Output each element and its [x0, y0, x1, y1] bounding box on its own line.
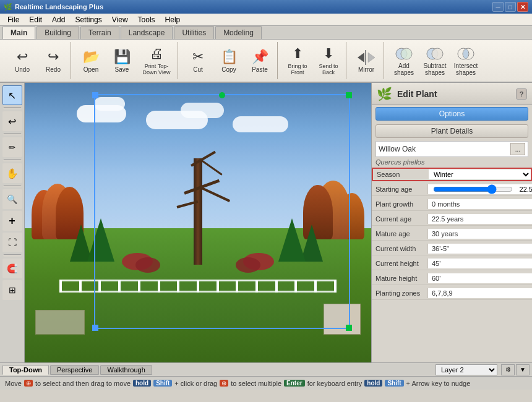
pan-tool[interactable]: ✋	[2, 163, 22, 183]
status-enter: Enter	[284, 380, 305, 387]
starting-age-slider[interactable]	[433, 184, 513, 194]
tab-main[interactable]: Main	[2, 26, 35, 39]
menu-view[interactable]: View	[107, 14, 133, 25]
tab-utilities[interactable]: Utilities	[174, 26, 214, 39]
maximize-button[interactable]: □	[505, 2, 516, 12]
handle-tl[interactable]	[92, 92, 98, 98]
menu-tools[interactable]: Tools	[133, 14, 160, 25]
add-shapes-icon	[394, 45, 414, 62]
tab-top-down[interactable]: Top-Down	[2, 365, 49, 375]
building-left	[35, 310, 85, 335]
add-shapes-button[interactable]: Add shapes	[389, 42, 419, 79]
tab-landscape[interactable]: Landscape	[121, 26, 173, 39]
undo-tool[interactable]: ↩	[2, 111, 22, 131]
select-tool[interactable]: ↖	[2, 85, 22, 105]
menu-file[interactable]: File	[2, 14, 24, 25]
separator3	[3, 159, 22, 161]
starting-age-slider-container: 22.5	[427, 184, 532, 194]
mature-age-label: Mature age	[372, 229, 427, 239]
handle-bl[interactable]	[92, 325, 98, 331]
handle-tr[interactable]	[346, 92, 352, 98]
file-group: 📂 Open 💾 Save 🖨 Print Top-Down View	[74, 42, 178, 79]
zoom-tool[interactable]: 🔍	[2, 189, 22, 209]
menu-help[interactable]: Help	[160, 14, 186, 25]
redo-button[interactable]: ↪ Redo	[38, 42, 68, 79]
copy-label: Copy	[221, 66, 236, 73]
plant-icon: 🌿	[377, 87, 392, 101]
tab-modeling[interactable]: Modeling	[215, 26, 262, 39]
edit-plant-panel: 🌿 Edit Plant ? Options Plant Details Wil…	[371, 83, 532, 362]
fit-tool[interactable]: ⛶	[2, 233, 22, 252]
tab-building[interactable]: Building	[36, 26, 79, 39]
clipboard-group: ✂ Cut 📋 Copy 📌 Paste	[181, 42, 278, 79]
ribbon-tabs: Main Building Terrain Landscape Utilitie…	[0, 26, 532, 40]
view-tabs-bar: Top-Down Perspective Walkthrough Layer 2…	[0, 362, 532, 376]
menu-add[interactable]: Add	[47, 14, 70, 25]
plant-growth-value: 0 months	[427, 199, 532, 209]
handle-tc[interactable]	[219, 92, 225, 98]
mature-height-label: Mature height	[372, 273, 427, 283]
send-to-back-label: Send to Back	[315, 63, 341, 75]
tab-terrain[interactable]: Terrain	[80, 26, 119, 39]
plant-name-row: Willow Oak ...	[375, 141, 528, 157]
canvas-viewport[interactable]	[25, 83, 371, 362]
print-topdown-button[interactable]: 🖨 Print Top-Down View	[138, 42, 175, 79]
season-select[interactable]: Winter Spring Summer Fall	[429, 169, 531, 179]
status-bar: Move ⊕ to select and then drag to move h…	[0, 376, 532, 390]
planting-zones-label: Planting zones	[372, 288, 427, 298]
undo-button[interactable]: ↩ Undo	[7, 42, 37, 79]
starting-age-value: 22.5	[515, 186, 532, 193]
plant-browse-button[interactable]: ...	[510, 143, 525, 155]
help-button[interactable]: ?	[516, 88, 527, 100]
mirror-button[interactable]: Mirror	[351, 42, 381, 79]
open-button[interactable]: 📂 Open	[76, 42, 106, 79]
status-action: Move	[5, 380, 22, 387]
layer-select[interactable]: Layer 2 Layer 1 Layer 3	[435, 364, 497, 375]
paste-button[interactable]: 📌 Paste	[245, 42, 275, 79]
draw-tool[interactable]: ✏	[2, 137, 22, 157]
starting-age-label: Starting age	[372, 184, 427, 194]
handle-br[interactable]	[346, 325, 352, 331]
menu-edit[interactable]: Edit	[24, 14, 47, 25]
magnet-tool[interactable]: 🧲	[2, 259, 22, 278]
mature-age-row: Mature age 30 years	[372, 227, 532, 241]
current-age-label: Current age	[372, 214, 427, 224]
view-collapse-button[interactable]: ▼	[516, 364, 530, 375]
copy-button[interactable]: 📋 Copy	[214, 42, 244, 79]
tab-perspective[interactable]: Perspective	[50, 365, 99, 375]
subtract-shapes-label: Subtract shapes	[422, 62, 448, 76]
save-button[interactable]: 💾 Save	[107, 42, 137, 79]
cut-button[interactable]: ✂ Cut	[183, 42, 213, 79]
menu-settings[interactable]: Settings	[70, 14, 106, 25]
status-hold-label: hold	[133, 380, 151, 387]
close-button[interactable]: ✕	[517, 2, 528, 12]
copy-icon: 📋	[221, 49, 238, 65]
zoom-in-tool[interactable]: +	[2, 211, 22, 231]
send-to-back-button[interactable]: ⬇ Send to Back	[314, 42, 343, 79]
current-age-value: 22.5 years	[427, 214, 532, 224]
current-width-value: 36'-5"	[427, 244, 532, 254]
subtract-shapes-icon	[425, 45, 445, 62]
intersect-shapes-button[interactable]: Intersect shapes	[451, 42, 481, 79]
mature-age-value: 30 years	[427, 229, 532, 239]
options-button[interactable]: Options	[375, 107, 528, 121]
minimize-button[interactable]: ─	[492, 2, 504, 12]
subtract-shapes-button[interactable]: Subtract shapes	[420, 42, 450, 79]
selection-box	[94, 94, 350, 329]
plant-details-button[interactable]: Plant Details	[375, 124, 528, 138]
menu-bar: File Edit Add Settings View Tools Help	[0, 14, 532, 26]
app-icon: 🌿	[4, 3, 12, 11]
view-options-button[interactable]: ⚙	[501, 364, 515, 375]
season-label: Season	[373, 169, 429, 179]
current-width-row: Current width 36'-5"	[372, 242, 532, 255]
shapes-group: Add shapes Subtract shapes Intersect sha…	[387, 42, 483, 79]
mirror-label: Mirror	[358, 66, 374, 73]
bring-to-front-button[interactable]: ⬆ Bring to Front	[283, 42, 312, 79]
status-instruction-1: to select and then drag to move	[35, 380, 131, 387]
window-controls: ─ □ ✕	[492, 2, 528, 12]
separator4	[3, 185, 22, 187]
status-drag-icon-1: ⊕	[24, 380, 33, 387]
grid-tool[interactable]: ⊞	[2, 280, 22, 300]
tab-walkthrough[interactable]: Walkthrough	[100, 365, 152, 375]
separator1	[3, 107, 22, 109]
